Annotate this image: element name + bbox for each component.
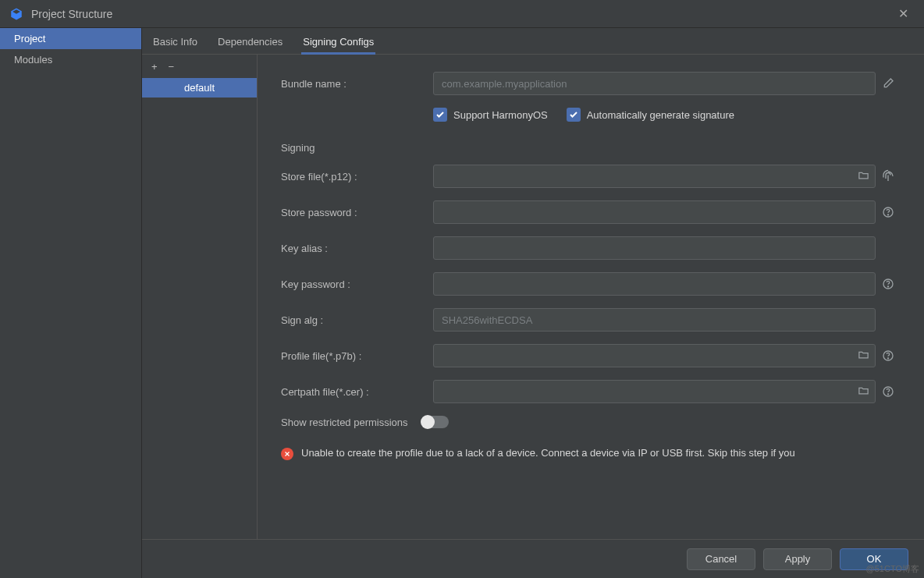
row-certpath-file: Certpath file(*.cer) : [281,380,901,403]
apply-button[interactable]: Apply [763,548,832,570]
footer: Cancel Apply OK [142,539,924,578]
error-message-row: Unable to create the profile due to a la… [281,445,901,462]
remove-config-icon[interactable]: − [169,62,175,72]
label-bundle-name: Bundle name : [281,78,433,90]
add-config-icon[interactable]: + [151,62,158,72]
app-logo-icon [9,7,23,21]
input-key-password[interactable] [433,272,876,296]
label-key-password: Key password : [281,278,433,290]
help-icon[interactable] [876,349,901,362]
left-nav-project[interactable]: Project [0,28,141,49]
label-store-password: Store password : [281,207,433,218]
row-bundle-name: Bundle name : [281,72,901,95]
label-sign-alg: Sign alg : [281,314,433,326]
tab-content: + − default Bundle name : [142,55,924,539]
help-icon[interactable] [876,385,901,398]
label-key-alias: Key alias : [281,243,433,254]
config-item-default[interactable]: default [142,78,257,98]
svg-point-1 [887,215,888,215]
error-icon [281,448,293,460]
input-store-file[interactable] [433,165,876,188]
fingerprint-icon[interactable] [876,169,901,183]
window-title: Project Structure [31,8,892,20]
input-certpath-file[interactable] [433,380,876,403]
check-icon [433,108,447,122]
help-icon[interactable] [876,278,901,290]
error-text: Unable to create the profile due to a la… [301,445,795,462]
row-store-password: Store password : [281,200,901,224]
label-restricted-permissions: Show restricted permissions [281,417,408,428]
checkbox-row: Support HarmonyOS Automatically generate… [433,108,901,122]
watermark: @51CTO博客 [866,563,919,575]
input-sign-alg[interactable] [433,308,876,332]
input-profile-file[interactable] [433,344,876,367]
edit-bundle-name-icon[interactable] [876,77,901,90]
label-certpath-file: Certpath file(*.cer) : [281,386,433,398]
tab-signing-configs[interactable]: Signing Configs [301,31,375,54]
row-sign-alg: Sign alg : [281,308,901,332]
input-bundle-name[interactable] [433,72,876,95]
checkbox-auto-generate[interactable]: Automatically generate signature [567,108,734,122]
label-profile-file: Profile file(*.p7b) : [281,350,433,362]
row-key-password: Key password : [281,272,901,296]
left-nav-modules[interactable]: Modules [0,49,141,70]
form-area: Bundle name : Support HarmonyOS [258,55,924,539]
close-icon[interactable]: ✕ [892,3,915,24]
tabs: Basic Info Dependencies Signing Configs [142,28,924,55]
config-list-pane: + − default [142,55,258,539]
check-icon [567,108,581,122]
row-profile-file: Profile file(*.p7b) : [281,344,901,367]
help-icon[interactable] [876,206,901,218]
svg-point-3 [887,286,888,287]
input-store-password[interactable] [433,200,876,224]
tab-basic-info[interactable]: Basic Info [151,31,199,54]
label-support-harmony: Support HarmonyOS [453,109,548,121]
svg-point-5 [887,358,888,359]
right-pane: Basic Info Dependencies Signing Configs … [142,28,924,578]
svg-point-7 [887,394,888,395]
tab-dependencies[interactable]: Dependencies [216,31,284,54]
row-restricted-permissions: Show restricted permissions [281,416,901,428]
label-store-file: Store file(*.p12) : [281,171,433,183]
config-toolbar: + − [142,55,257,78]
checkbox-support-harmony[interactable]: Support HarmonyOS [433,108,548,122]
toggle-restricted-permissions[interactable] [422,416,449,428]
main-content: Project Modules Basic Info Dependencies … [0,28,924,578]
section-signing: Signing [281,142,901,154]
input-key-alias[interactable] [433,236,876,260]
label-auto-generate: Automatically generate signature [587,109,734,121]
cancel-button[interactable]: Cancel [687,548,755,570]
titlebar: Project Structure ✕ [0,0,924,28]
left-nav: Project Modules [0,28,142,578]
row-key-alias: Key alias : [281,236,901,260]
row-store-file: Store file(*.p12) : [281,165,901,188]
